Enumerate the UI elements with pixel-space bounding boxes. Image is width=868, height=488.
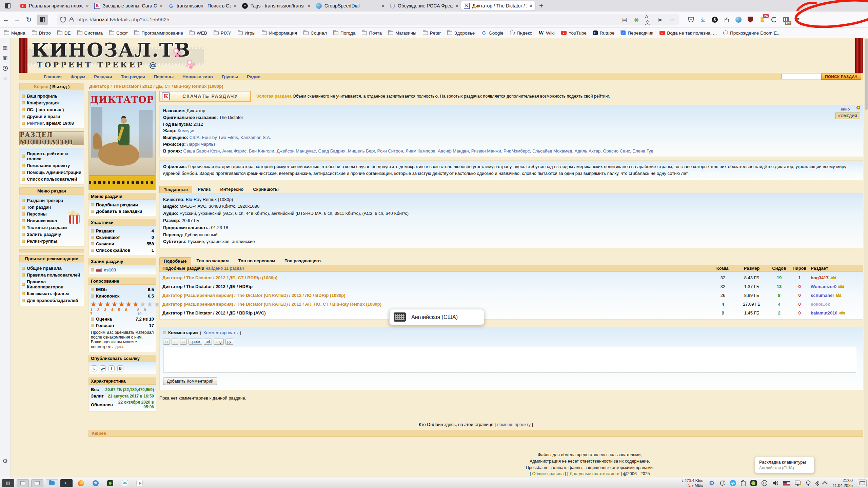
bookmark-folder[interactable]: Информация (262, 30, 297, 36)
tab-top-genre[interactable]: Топ по жанрам (193, 257, 233, 265)
tab-top-persons[interactable]: Топ по персонам (234, 257, 279, 265)
py-button[interactable]: py (225, 339, 234, 345)
addon-puzzle-icon[interactable] (723, 16, 730, 23)
imdb-row[interactable]: IMDb6.5 (90, 286, 155, 293)
tab-top-uploader[interactable]: Топ раздающего (281, 257, 325, 265)
sidebar-item-config[interactable]: Конфигурация (21, 99, 82, 106)
bookmark-folder[interactable]: Софт (109, 30, 128, 36)
uploader-link[interactable]: schumaher (809, 293, 860, 298)
devices-icon[interactable]: ▣ (2, 55, 7, 61)
tab-close-icon[interactable]: × (160, 3, 163, 9)
bookmark-folder[interactable]: Игры (238, 30, 256, 36)
firefox-icon[interactable] (75, 479, 87, 487)
sidebar-item-tracker-releases[interactable]: Раздачи трекера (21, 197, 82, 204)
ublock-shield-icon[interactable] (747, 16, 754, 23)
lock-icon[interactable] (69, 17, 74, 22)
bookmark-wiki[interactable]: WWiki (538, 30, 555, 36)
found-link[interactable]: найдено 11 раздач (205, 266, 244, 271)
browser-tab-active[interactable]: K Диктатор / The Dictator / 2 × (461, 1, 535, 11)
terminal-icon[interactable] (60, 479, 73, 487)
sidebar-item-profile[interactable]: Ваш профиль (21, 93, 82, 99)
bluetooth-icon[interactable] (815, 480, 819, 486)
bookmark-youtube[interactable]: ▸YouTube (561, 30, 587, 36)
grid-icon[interactable]: ▦ (2, 45, 7, 50)
similar-releases-link[interactable]: Подобные раздачи (90, 202, 155, 208)
browser-tab[interactable]: K Звездные войны: Сага Ска × (92, 1, 165, 11)
add-bookmark-link[interactable]: Добавить в закладки (90, 208, 155, 215)
dbeaver-icon[interactable]: db (119, 479, 131, 487)
site-logo[interactable]: КИНОЗАЛ.ТВ (32, 39, 191, 61)
scrollbar-thumb[interactable] (865, 39, 868, 110)
tab-close-icon[interactable]: × (529, 3, 532, 9)
download-icon[interactable] (699, 16, 706, 23)
url-bar[interactable]: https://kinozal.tv/details.php?id=155962… (57, 14, 679, 25)
tab-close-icon[interactable]: × (86, 3, 89, 9)
url-button[interactable]: url (204, 339, 212, 345)
reader-mode-icon[interactable]: ▤ (621, 16, 628, 23)
session-spiral-icon[interactable] (771, 16, 777, 23)
bookmarks-star-icon[interactable]: ☆ (3, 76, 7, 81)
bookmark-folder[interactable]: DE (57, 30, 71, 36)
bookmark-folder[interactable]: WEB (190, 30, 207, 36)
logout-link[interactable]: ( Выход ) (50, 84, 70, 89)
italic-button[interactable]: i (172, 339, 178, 345)
tab-similar[interactable]: Подобные (159, 257, 191, 265)
uploader-row[interactable]: es103 (90, 267, 155, 273)
tab-close-icon[interactable]: × (455, 3, 458, 9)
nav-novinki[interactable]: Новинки кино (182, 74, 213, 79)
bookmark-folder[interactable]: Магазины (388, 30, 416, 36)
browser-tab[interactable]: Обсуждение РОСА Фреш 13 × (387, 1, 461, 11)
bookmark-folder[interactable]: Социал (303, 30, 327, 36)
leechers-row[interactable]: Скачивают0 (90, 234, 155, 241)
chromium-icon[interactable] (90, 479, 102, 487)
flag-extension-icon[interactable]: 24 (759, 16, 766, 23)
pause-icon[interactable] (761, 480, 768, 486)
tray-expand-chevron-icon[interactable] (824, 481, 828, 485)
underline-button[interactable]: u (180, 339, 187, 345)
studio-links[interactable]: США, Four by Two Films, Kanzaman S.A. (190, 135, 271, 140)
star-rating[interactable]: ★★★★★★★★★★ (90, 301, 155, 308)
nav-glavnaya[interactable]: Главная (44, 74, 62, 79)
sidebar-item-user-rules[interactable]: Правила пользователей (21, 271, 82, 278)
speed-dial-extension-icon[interactable] (735, 16, 742, 23)
comment-textarea[interactable] (163, 347, 856, 372)
mecenat-banner[interactable]: РАЗДЕЛ МЕЦЕНАТОВ (19, 131, 84, 145)
share-facebook-button[interactable]: f (108, 365, 115, 371)
forward-button[interactable]: → (12, 14, 23, 25)
download-release-button[interactable]: K СКАЧАТЬ РАЗДАЧУ (159, 91, 251, 102)
seeders-row[interactable]: Раздают4 (90, 228, 155, 234)
url-text[interactable]: https://kinozal.tv/details.php?id=155962… (77, 17, 621, 22)
share-vk-button[interactable]: B (117, 365, 123, 371)
bookmark-video[interactable]: ▸Вода не так полезна, ... (659, 30, 717, 36)
bookmark-star-icon[interactable]: ☆ (669, 16, 675, 23)
tab-screenshots[interactable]: Скриншоты (249, 186, 283, 193)
browser-tab[interactable]: ▸ Реальная причина плохого × (18, 1, 92, 11)
clipboard-icon[interactable] (741, 480, 746, 486)
taskbar-window-list-button[interactable] (2, 479, 14, 487)
sidebar-item-general-rules[interactable]: Общие правила (21, 265, 82, 271)
sidebar-item-copyright[interactable]: Для правообладателей (21, 297, 82, 304)
green-app-icon[interactable] (104, 479, 116, 487)
bookmark-translate[interactable]: AПереводчик (621, 30, 653, 36)
comment-link[interactable]: Комментировать (203, 330, 238, 335)
notifications-bell-icon[interactable] (719, 480, 725, 486)
bookmark-doom[interactable]: Прохождение Doom E... (723, 30, 781, 36)
nav-razdachi[interactable]: Раздачи (94, 74, 112, 79)
display-settings-icon[interactable] (795, 480, 802, 486)
release-link[interactable]: Диктатор (Расширенная версия) / The Dict… (162, 293, 711, 298)
sidebar-item-operator-rules[interactable]: Правила Кинооператоров (21, 278, 82, 290)
sidebar-item-raise-rating[interactable]: Поднять рейтинг и голоса (21, 150, 82, 162)
username[interactable]: Kelpee (34, 84, 48, 89)
bookmark-folder[interactable]: PIXY (214, 30, 231, 36)
tab-close-icon[interactable]: × (234, 3, 237, 9)
release-title-breadcrumb[interactable]: Диктатор / The Dictator / 2012 / ДБ, СТ … (88, 83, 863, 91)
sidebar-item-how-to-download[interactable]: Как скачать фильм (21, 290, 82, 297)
director-link[interactable]: Ларри Чарльз (187, 142, 215, 147)
menu-hamburger-icon[interactable]: ≡ (795, 16, 800, 24)
bookmark-google[interactable]: GGoogle (481, 30, 504, 36)
bookmark-folder[interactable]: Программирование (134, 30, 183, 36)
qbittorrent-icon[interactable]: qb (730, 480, 736, 486)
bookmark-folder[interactable]: Здоровье (447, 30, 475, 36)
add-comment-button[interactable]: Добавить Комментарий (163, 378, 217, 385)
sidebar-item-user-list[interactable]: Список пользователей (21, 176, 82, 182)
